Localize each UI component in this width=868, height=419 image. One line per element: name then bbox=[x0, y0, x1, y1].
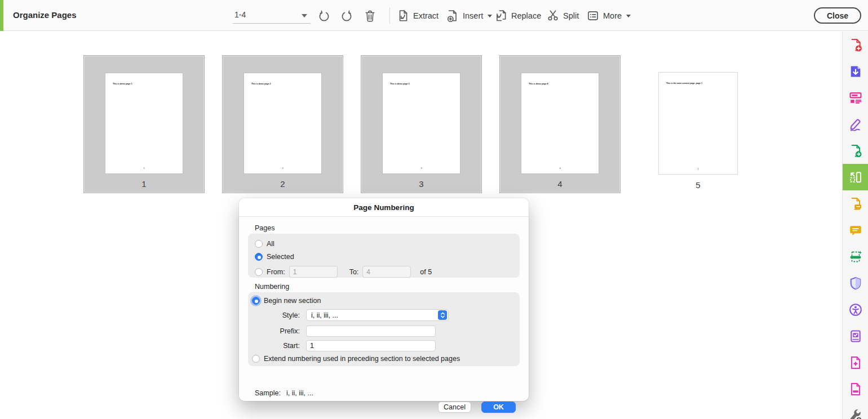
comment-button[interactable] bbox=[843, 217, 868, 243]
radio-selected-label: Selected bbox=[267, 253, 294, 261]
page-folio: 1 bbox=[659, 168, 737, 170]
select-stepper-icon bbox=[438, 310, 447, 320]
page-thumbnail-4[interactable]: This is demo page 4 4 4 bbox=[499, 55, 621, 193]
send-page-button[interactable] bbox=[843, 137, 868, 164]
create-pdf-button[interactable] bbox=[843, 32, 868, 58]
insert-page-icon bbox=[446, 9, 459, 23]
page-range-dropdown[interactable]: 1-4 bbox=[233, 7, 311, 24]
insert-button[interactable]: Insert bbox=[446, 6, 492, 26]
organize-pages-tool-button[interactable] bbox=[843, 164, 868, 190]
to-input[interactable] bbox=[362, 266, 411, 278]
radio-from[interactable]: From: To: of 5 bbox=[255, 266, 432, 278]
organize-pages-icon bbox=[848, 170, 863, 185]
page-numbering-dialog: Page Numbering Pages All Selected From: … bbox=[239, 198, 529, 401]
style-label: Style: bbox=[272, 311, 300, 319]
start-input[interactable] bbox=[306, 340, 436, 351]
page-number-label: 5 bbox=[658, 180, 738, 190]
accessibility-icon bbox=[848, 302, 863, 317]
extend-numbering-label: Extend numbering used in preceding secti… bbox=[264, 355, 460, 363]
begin-new-section-label: Begin new section bbox=[264, 297, 321, 305]
dialog-body: Pages All Selected From: To: of 5 Number… bbox=[239, 217, 529, 401]
fill-and-sign-button[interactable] bbox=[843, 111, 868, 137]
dialog-header: Page Numbering bbox=[239, 198, 529, 217]
more-button[interactable]: More bbox=[586, 6, 631, 26]
toolbar-divider bbox=[389, 7, 390, 24]
optimize-pdf-icon bbox=[848, 355, 863, 370]
style-select[interactable]: i, ii, iii, ... bbox=[306, 309, 449, 321]
page-thumbnail-3[interactable]: This is demo page 3 3 3 bbox=[361, 55, 482, 193]
wrench-add-icon bbox=[848, 408, 863, 419]
rotate-cw-button[interactable] bbox=[340, 6, 353, 26]
start-label: Start: bbox=[272, 342, 300, 350]
extract-label: Extract bbox=[413, 11, 439, 20]
from-label: From: bbox=[267, 268, 285, 276]
radio-all-label: All bbox=[267, 240, 274, 248]
page-thumbnail-2[interactable]: This is demo page 2 2 2 bbox=[222, 55, 343, 193]
replace-button[interactable]: Replace bbox=[494, 6, 541, 26]
protect-button[interactable] bbox=[843, 270, 868, 296]
of-total-label: of 5 bbox=[420, 268, 432, 276]
prepare-form-button[interactable] bbox=[843, 323, 868, 349]
radio-all[interactable]: All bbox=[255, 240, 274, 248]
export-pdf-button[interactable] bbox=[843, 58, 868, 84]
page-text: This is demo page 1 bbox=[113, 83, 132, 85]
page-folio: 3 bbox=[383, 167, 460, 170]
page-title: Organize Pages bbox=[13, 10, 77, 20]
pen-icon bbox=[848, 117, 863, 132]
list-icon bbox=[586, 9, 600, 23]
ok-button[interactable]: OK bbox=[481, 402, 516, 413]
page-thumbnail-5[interactable]: This is the main content page, page 1 1 bbox=[658, 72, 738, 175]
radio-icon bbox=[252, 297, 260, 305]
replace-label: Replace bbox=[511, 11, 541, 20]
close-button[interactable]: Close bbox=[814, 7, 861, 24]
page-text: This is demo page 2 bbox=[251, 83, 271, 85]
extract-page-icon bbox=[396, 9, 410, 23]
optimize-pdf-button[interactable] bbox=[843, 349, 868, 376]
scan-ocr-button[interactable] bbox=[843, 243, 868, 270]
sample-label: Sample: bbox=[255, 389, 281, 397]
split-button[interactable]: Split bbox=[546, 6, 579, 26]
more-tools-button[interactable] bbox=[843, 402, 868, 419]
from-input[interactable] bbox=[289, 266, 338, 278]
shield-icon bbox=[848, 276, 863, 291]
edit-pdf-icon bbox=[848, 91, 863, 105]
edit-pdf-button[interactable] bbox=[843, 84, 868, 111]
extract-button[interactable]: Extract bbox=[396, 6, 439, 26]
page-chat-icon bbox=[848, 197, 863, 211]
page-thumbnail-1[interactable]: This is demo page 1 1 1 bbox=[83, 55, 205, 193]
radio-icon bbox=[255, 253, 263, 261]
accessibility-button[interactable] bbox=[843, 296, 868, 323]
cancel-button[interactable]: Cancel bbox=[438, 402, 471, 413]
scan-icon bbox=[848, 249, 863, 264]
scissors-icon bbox=[546, 9, 560, 23]
split-label: Split bbox=[563, 11, 579, 20]
page-number-label: 1 bbox=[84, 179, 204, 189]
create-pdf-icon bbox=[848, 38, 863, 52]
rotate-cw-icon bbox=[340, 9, 353, 23]
page-number-label: 2 bbox=[223, 179, 343, 189]
page-folio: 1 bbox=[105, 167, 183, 170]
export-pdf-icon bbox=[848, 64, 863, 79]
sample-value: i, ii, iii, ... bbox=[286, 389, 313, 397]
radio-extend-numbering[interactable]: Extend numbering used in preceding secti… bbox=[252, 355, 460, 363]
trash-icon bbox=[364, 9, 377, 23]
numbering-section-label: Numbering bbox=[255, 283, 289, 291]
radio-icon bbox=[255, 240, 263, 248]
delete-pages-button[interactable] bbox=[364, 6, 377, 26]
dialog-title: Page Numbering bbox=[353, 203, 414, 212]
rotate-ccw-button[interactable] bbox=[317, 6, 331, 26]
request-esignatures-button[interactable] bbox=[843, 190, 868, 217]
redact-button[interactable] bbox=[843, 376, 868, 402]
pages-panel: All Selected From: To: of 5 bbox=[248, 234, 520, 278]
prefix-input[interactable] bbox=[306, 326, 436, 337]
style-value: i, ii, iii, ... bbox=[307, 311, 438, 319]
page-text: This is demo page 4 bbox=[529, 83, 548, 85]
more-label: More bbox=[603, 11, 622, 20]
to-label: To: bbox=[349, 268, 359, 276]
comment-icon bbox=[848, 223, 863, 238]
radio-begin-new-section[interactable]: Begin new section bbox=[252, 297, 321, 305]
page-send-icon bbox=[848, 144, 863, 158]
radio-selected[interactable]: Selected bbox=[255, 253, 294, 261]
page-number-label: 3 bbox=[361, 179, 481, 189]
toolbar: Organize Pages 1-4 Extract Insert Replac… bbox=[0, 0, 868, 31]
